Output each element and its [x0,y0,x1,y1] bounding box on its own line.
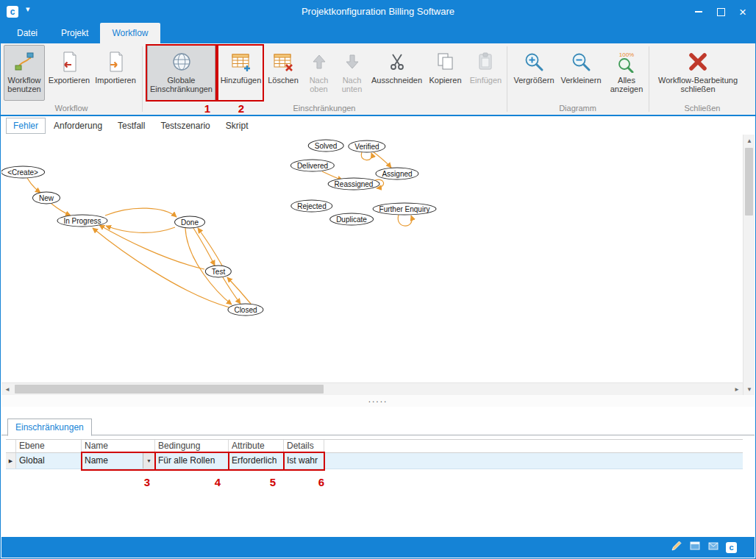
zoom-in-button[interactable]: Vergrößern [511,45,557,101]
diagram-node-assigned[interactable]: Assigned [375,168,418,180]
vertical-scroll-thumb[interactable] [745,148,753,216]
menu-tab-datei[interactable]: Datei [5,23,49,43]
cell-name-combobox[interactable]: Name ▼ [82,453,155,469]
maximize-icon [717,8,725,16]
import-icon [104,49,126,74]
zoom-in-label: Vergrößern [513,76,554,85]
diagram-node-test[interactable]: Test [205,266,232,278]
paste-label: Einfügen [470,76,502,85]
column-header-bedingung[interactable]: Bedingung [155,440,229,452]
column-header-name[interactable]: Name [82,440,155,452]
copy-button[interactable]: Kopieren [425,45,466,101]
mail-icon[interactable] [707,540,719,555]
red-x-icon [687,49,709,74]
scroll-down-icon[interactable]: ▼ [743,383,755,395]
scroll-left-icon[interactable]: ◄ [1,383,13,395]
maximize-button[interactable] [710,1,732,23]
combobox-dropdown-icon[interactable]: ▼ [143,453,154,469]
diagram-node-done[interactable]: Done [174,216,205,229]
cell-bedingung[interactable]: Für alle Rollen [155,453,229,469]
close-workflow-editing-button[interactable]: Workflow-Bearbeitung schließen [652,45,743,101]
scroll-up-icon[interactable]: ▲ [743,135,755,146]
zoom-out-icon [570,49,592,74]
vertical-scrollbar[interactable]: ▲ ▼ [743,135,755,395]
zoom-out-label: Verkleinern [560,76,601,85]
statusbar: c [1,537,755,558]
row-indicator-icon: ▶ [9,453,13,469]
export-button[interactable]: Exportieren [47,45,91,101]
horizontal-scrollbar[interactable]: ◄ ► [1,382,743,395]
move-up-button[interactable]: Nach oben [303,45,335,101]
diagram-node-delivered[interactable]: Delivered [290,160,335,172]
workflow-diagram-canvas[interactable]: <Create> New In Progress Done Test Close… [1,135,744,382]
grid-header-row: Ebene Name Bedingung Attribute Details [6,439,743,453]
diagram-node-further-enquiry[interactable]: Further Enquiry [373,203,437,216]
cell-attribute[interactable]: Erforderlich [229,453,284,469]
pencil-icon[interactable] [671,540,682,555]
zoom-out-button[interactable]: Verkleinern [558,45,604,101]
show-all-button[interactable]: 100% Alles anzeigen [605,45,648,101]
diagram-node-rejected[interactable]: Rejected [290,200,332,213]
tab-anforderung[interactable]: Anforderung [46,118,110,134]
diagram-node-create[interactable]: <Create> [1,166,45,179]
table-row[interactable]: ▶ Global Name ▼ Für alle Rollen Erforder… [6,453,743,469]
delete-constraint-button[interactable]: Löschen [265,45,301,101]
menu-tab-projekt[interactable]: Projekt [49,23,100,43]
delete-constraint-label: Löschen [268,76,299,85]
diagram-node-solved[interactable]: Solved [308,140,344,152]
minimize-icon [695,11,702,13]
cell-ebene[interactable]: Global [16,453,82,469]
global-constraints-button[interactable]: Globale Einschränkungen [147,45,215,101]
workflow-icon [13,49,35,74]
use-workflow-label: Workflow benutzen [4,76,44,93]
panel-splitter[interactable]: ..... [1,395,755,407]
table-delete-icon [272,49,294,74]
cell-details[interactable]: Ist wahr [284,453,324,469]
export-icon [58,49,80,74]
diagram-node-verified[interactable]: Verified [348,140,385,153]
tab-testszenario[interactable]: Testszenario [153,118,217,134]
diagram-node-new[interactable]: New [32,192,60,204]
group-label-diagramm: Diagramm [507,104,649,114]
cut-label: Ausschneiden [371,76,422,85]
ribbon-separator [507,46,507,112]
clipboard-paste-icon [476,49,496,74]
paste-button[interactable]: Einfügen [468,45,504,101]
use-workflow-button[interactable]: Workflow benutzen [4,45,45,101]
diagram-node-closed[interactable]: Closed [227,304,263,316]
ribbon: Workflow benutzen Exportieren Importiere… [1,43,755,115]
add-constraint-button[interactable]: Hinzufügen [218,45,263,101]
column-header-attribute[interactable]: Attribute [229,440,284,452]
diagram-node-reassigned[interactable]: Reassigned [328,178,380,191]
up-arrow-icon [310,49,329,74]
grid-header-filler [324,440,743,452]
app-logo-small-icon[interactable]: c [726,542,737,553]
scroll-right-icon[interactable]: ► [731,383,743,395]
window-status-icon[interactable] [689,540,701,555]
add-constraint-label: Hinzufügen [221,76,262,85]
export-label: Exportieren [49,76,90,85]
titlebar: c ▾ Projektkonfiguration Billing Softwar… [1,1,755,23]
move-down-button[interactable]: Nach unten [336,45,368,101]
group-label-einschraenkungen: Einschränkungen [142,104,507,114]
import-button[interactable]: Importieren [93,45,138,101]
diagram-node-in-progress[interactable]: In Progress [57,215,107,227]
close-button[interactable]: × [732,1,754,23]
minimize-button[interactable] [688,1,710,23]
tab-testfall[interactable]: Testfall [110,118,152,134]
tab-skript[interactable]: Skript [218,118,256,134]
ribbon-separator [142,46,143,112]
copy-icon [435,49,456,74]
menu-tab-workflow[interactable]: Workflow [100,23,160,43]
window-controls: × [688,1,754,23]
close-workflow-editing-label: Workflow-Bearbeitung schließen [653,76,743,93]
horizontal-scroll-thumb[interactable] [15,385,324,394]
column-header-ebene[interactable]: Ebene [16,440,82,452]
cut-button[interactable]: Ausschneiden [371,45,423,101]
combobox-value: Name [85,453,108,469]
diagram-node-duplicate[interactable]: Duplicate [329,213,374,226]
grid-header-selector [6,440,16,452]
column-header-details[interactable]: Details [284,440,324,452]
tab-fehler[interactable]: Fehler [6,118,46,134]
tab-einschraenkungen[interactable]: Einschränkungen [7,419,92,436]
